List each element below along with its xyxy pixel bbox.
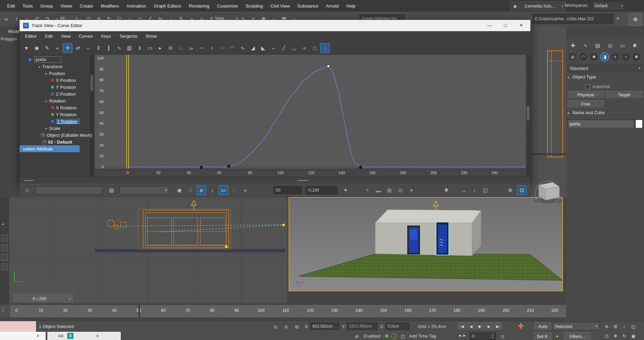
- systems-category-icon[interactable]: ✱: [632, 52, 641, 61]
- front-viewport[interactable]: [9, 197, 288, 304]
- tree-item-scale[interactable]: ▸Scale: [46, 125, 60, 132]
- menu-help[interactable]: Help: [342, 0, 359, 12]
- add-keys-icon[interactable]: +: [52, 43, 62, 53]
- cameras-category-icon[interactable]: ◨: [600, 52, 609, 61]
- menu-create[interactable]: Create: [76, 0, 97, 12]
- tree-scrollbar-thumb[interactable]: [91, 75, 93, 91]
- geometry-category-icon[interactable]: ◍: [568, 52, 577, 61]
- zoom-horizontal-extents-icon[interactable]: ↔: [459, 185, 468, 195]
- viewport-layout-tab[interactable]: [1, 235, 8, 242]
- menu-edit[interactable]: Edit: [3, 0, 19, 12]
- add-time-tag[interactable]: Add Time Tag: [409, 333, 436, 339]
- menu-civil-view[interactable]: Civil View: [267, 0, 293, 12]
- menu-animation[interactable]: Animation: [122, 0, 150, 12]
- freeform-mode-icon[interactable]: ∿: [114, 43, 124, 53]
- camera-type-target-button[interactable]: Target: [606, 91, 643, 99]
- minimize-icon[interactable]: —: [482, 20, 497, 31]
- set-keys-icon[interactable]: ✦: [553, 332, 561, 340]
- previous-frame-icon[interactable]: ◀: [467, 322, 475, 330]
- track-view-titlebar[interactable]: ∿ Track View - Curve Editor — □ ×: [20, 20, 530, 32]
- zoom-icon[interactable]: ⊕: [505, 185, 515, 195]
- selected-animation-key[interactable]: [327, 65, 330, 68]
- trackview-menu-edit[interactable]: Edit: [41, 31, 57, 41]
- track-view-window[interactable]: ∿ Track View - Curve Editor — □ × Editor…: [19, 20, 531, 183]
- expand-panel-icon[interactable]: ▸: [2, 222, 4, 226]
- tree-item-z-rotation[interactable]: Z Rotation: [51, 118, 80, 125]
- scale-values-icon[interactable]: ⇕: [94, 43, 103, 53]
- menu-views[interactable]: Views: [57, 0, 76, 12]
- set-tangents-linear-icon[interactable]: ╱: [279, 43, 289, 53]
- motion-tab-icon[interactable]: ◎: [605, 41, 615, 50]
- dialog-toggle-icon[interactable]: ◫: [399, 332, 407, 340]
- zoom-extents-all-icon[interactable]: ◱: [629, 322, 637, 330]
- workspace-layout-icon[interactable]: ❖: [629, 13, 642, 26]
- track-view-hierarchy-tree[interactable]: porta▸Transform▸PositionX PositionY Posi…: [20, 55, 94, 177]
- select-time-icon[interactable]: ▥: [125, 43, 134, 53]
- graph-vertical-scrollbar[interactable]: [526, 55, 530, 177]
- camera-gizmo-cube[interactable]: [531, 179, 565, 205]
- viewport-layout-tab[interactable]: [1, 254, 8, 261]
- play-animation-icon[interactable]: ▶: [476, 322, 484, 330]
- set-tangents-smooth-icon[interactable]: ◡: [289, 43, 299, 53]
- autogrid-row[interactable]: AutoGrid: [585, 84, 610, 89]
- tree-item-y-position[interactable]: Y Position: [51, 84, 76, 90]
- tree-item-z-position[interactable]: Z Position: [51, 90, 76, 97]
- trackview-menu-view[interactable]: View: [57, 31, 74, 41]
- move-keys-icon[interactable]: ✛: [63, 43, 72, 53]
- info-icon[interactable]: i: [391, 333, 397, 339]
- tree-item-rotation[interactable]: ▸Rotation: [46, 97, 66, 104]
- lock-selection-icon[interactable]: ◉: [32, 43, 42, 53]
- go-to-start-icon[interactable]: |◀: [458, 322, 466, 330]
- menu-customize[interactable]: Customize: [213, 0, 242, 12]
- lock-selection-set-icon[interactable]: ◉: [175, 185, 184, 195]
- trackview-menu-show[interactable]: Show: [141, 31, 161, 41]
- tree-item-position[interactable]: ▸Position: [46, 70, 65, 77]
- spacewarps-category-icon[interactable]: ≈: [621, 52, 630, 61]
- tree-item-transform[interactable]: ▸Transform: [39, 63, 62, 70]
- minimized-listener-bar[interactable]: ×: [0, 332, 46, 340]
- arrow-right-icon[interactable]: ▶: [463, 333, 466, 337]
- break-tangents-icon[interactable]: ×: [241, 185, 250, 195]
- menu-arnold[interactable]: Arnold: [322, 0, 343, 12]
- status-toggle-icon[interactable]: ⇄: [353, 332, 361, 340]
- set-tangents-fast-icon[interactable]: ◢: [248, 43, 258, 53]
- selection-set-key-dropdown[interactable]: Selected ▾: [552, 322, 600, 330]
- camera-type-free-button[interactable]: Free: [567, 100, 604, 108]
- viewport-layout-tab[interactable]: [1, 244, 8, 251]
- selection-lock-icon[interactable]: ⊘: [282, 323, 290, 331]
- expand-icon[interactable]: +: [42, 140, 47, 144]
- shapes-category-icon[interactable]: ◠: [579, 52, 588, 61]
- x-coordinate-field[interactable]: 683,083cm: [310, 323, 339, 330]
- slide-keys-icon[interactable]: ⇄: [73, 43, 83, 53]
- toolbar-overflow-icon[interactable]: »: [616, 15, 619, 21]
- region-keys-icon[interactable]: ▭: [219, 185, 228, 195]
- viewport-layout-tab[interactable]: [1, 264, 8, 270]
- show-ranges-icon[interactable]: ▬: [374, 185, 383, 195]
- absolute-offset-mode-icon[interactable]: ⊞: [293, 323, 301, 331]
- menu-scripting[interactable]: Scripting: [242, 0, 267, 12]
- select-link-icon[interactable]: ∞: [1, 14, 11, 24]
- object-name-field[interactable]: porta: [567, 120, 634, 128]
- splitter-handle[interactable]: [297, 180, 308, 181]
- zoom-all-icon[interactable]: ⊞: [611, 322, 620, 330]
- auto-key-button[interactable]: Auto: [535, 322, 551, 330]
- workspace-dropdown[interactable]: Default ▾: [592, 1, 625, 10]
- randomize-keys-icon[interactable]: ≀: [207, 43, 216, 53]
- snap-frames-icon[interactable]: ∷: [176, 43, 186, 53]
- graph-scrollbar-thumb[interactable]: [527, 106, 530, 121]
- object-color-swatch[interactable]: [635, 120, 643, 128]
- snap-cursor-icon[interactable]: ⌖: [363, 185, 372, 195]
- menu-graph-editors[interactable]: Graph Editors: [150, 0, 185, 12]
- tree-item-02-default[interactable]: +02 - Default: [42, 138, 72, 145]
- orbit-icon[interactable]: ↻: [620, 332, 629, 340]
- set-tangents-spline-icon[interactable]: ∿: [238, 43, 247, 53]
- time-slider-next-handle[interactable]: ›: [67, 294, 73, 303]
- show-keyable-tracks-icon[interactable]: ▸: [155, 43, 165, 53]
- lights-category-icon[interactable]: ✺: [589, 52, 598, 61]
- trackview-menu-editor[interactable]: Editor: [21, 31, 41, 41]
- add-marker-icon[interactable]: ✚: [516, 321, 526, 331]
- isolate-selection-icon[interactable]: ◎: [271, 323, 280, 331]
- zoom-icon[interactable]: ⊕: [602, 322, 611, 330]
- simplify-curve-icon[interactable]: ∼: [197, 43, 206, 53]
- show-selected-key-stats-icon[interactable]: #: [197, 185, 206, 195]
